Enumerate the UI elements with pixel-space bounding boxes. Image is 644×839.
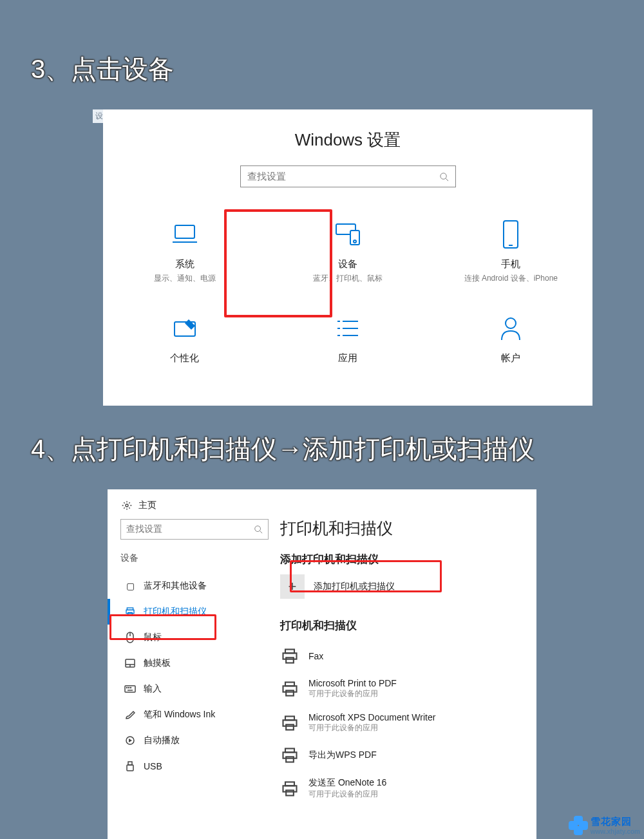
sidebar-search-input[interactable]: 查找设置 <box>120 519 269 540</box>
phone-icon <box>446 220 575 249</box>
highlight-sidebar-printers <box>109 614 216 640</box>
tile-desc: 连接 Android 设备、iPhone <box>446 273 575 284</box>
sidebar-item-typing[interactable]: 输入 <box>120 676 280 702</box>
printer-item[interactable]: Microsoft XPS Document Writer 可用于此设备的应用 <box>280 706 530 740</box>
watermark: 雪花家园 www.xhjaty.com <box>569 816 640 835</box>
printer-icon <box>280 714 299 732</box>
printer-sub: 可用于此设备的应用 <box>308 789 386 800</box>
printer-icon <box>280 780 299 798</box>
printer-icon <box>280 746 299 764</box>
sidebar-item-label: 输入 <box>144 683 162 695</box>
highlight-add-printer <box>290 560 442 592</box>
gear-icon <box>122 500 132 511</box>
sidebar-item-label: 蓝牙和其他设备 <box>144 580 207 592</box>
search-placeholder: 查找设置 <box>126 523 254 535</box>
printer-name: 导出为WPS PDF <box>308 749 377 761</box>
svg-rect-7 <box>504 221 518 248</box>
sidebar-item-usb[interactable]: USB <box>120 753 280 779</box>
sidebar-item-bluetooth[interactable]: ▢ 蓝牙和其他设备 <box>120 573 280 599</box>
svg-rect-47 <box>286 757 294 762</box>
tile-title: 个性化 <box>120 352 249 364</box>
svg-point-18 <box>255 526 261 532</box>
sidebar-item-label: 笔和 Windows Ink <box>144 709 215 721</box>
sidebar-category: 设备 <box>120 552 280 564</box>
settings-tile-accounts[interactable]: 帐户 <box>446 307 575 373</box>
svg-rect-38 <box>286 657 294 663</box>
step-3-heading: 3、点击设备 <box>31 52 174 87</box>
svg-point-31 <box>131 688 131 688</box>
sidebar-item-label: 自动播放 <box>144 735 180 746</box>
tile-title: 手机 <box>446 258 575 270</box>
svg-point-16 <box>506 318 516 328</box>
svg-rect-41 <box>286 690 294 695</box>
watermark-brand: 雪花家园 <box>591 816 640 828</box>
tile-title: 帐户 <box>446 352 575 364</box>
svg-rect-44 <box>286 724 294 730</box>
sidebar-item-pen[interactable]: 笔和 Windows Ink <box>120 702 280 728</box>
accounts-icon <box>446 314 575 343</box>
svg-rect-28 <box>125 686 135 692</box>
autoplay-icon <box>124 735 136 746</box>
usb-icon <box>124 761 136 771</box>
bluetooth-icon: ▢ <box>124 581 136 591</box>
settings-tile-phone[interactable]: 手机 连接 Android 设备、iPhone <box>446 213 575 290</box>
sidebar-item-label: USB <box>144 761 162 771</box>
search-icon <box>439 172 449 182</box>
svg-point-30 <box>129 688 129 688</box>
printer-sub: 可用于此设备的应用 <box>308 722 435 733</box>
svg-line-19 <box>260 531 263 534</box>
printer-icon <box>280 647 299 665</box>
sidebar-item-label: 触摸板 <box>144 657 171 669</box>
page-title: 打印机和扫描仪 <box>280 518 530 539</box>
settings-title: Windows 设置 <box>103 129 592 151</box>
printer-item[interactable]: 发送至 OneNote 16 可用于此设备的应用 <box>280 771 530 806</box>
tile-title: 应用 <box>283 352 412 364</box>
printer-sub: 可用于此设备的应用 <box>308 688 397 699</box>
personalization-icon <box>120 314 249 343</box>
section-heading-list: 打印机和扫描仪 <box>280 618 530 633</box>
svg-rect-35 <box>127 765 133 771</box>
svg-point-29 <box>127 688 128 688</box>
sidebar-item-autoplay[interactable]: 自动播放 <box>120 728 280 753</box>
apps-icon <box>283 314 412 343</box>
printer-name: 发送至 OneNote 16 <box>308 777 386 789</box>
svg-rect-50 <box>286 790 294 795</box>
keyboard-icon <box>124 685 136 693</box>
svg-line-1 <box>446 178 448 181</box>
printer-item[interactable]: Fax <box>280 641 530 672</box>
printer-name: Fax <box>308 651 323 661</box>
svg-point-17 <box>126 504 128 507</box>
windows-settings-panel: Windows 设置 查找设置 系统 显示、通知、电源 设备 蓝牙、打印机、鼠标… <box>103 109 592 406</box>
printer-item[interactable]: 导出为WPS PDF <box>280 740 530 771</box>
search-icon <box>254 525 263 534</box>
step-4-heading: 4、点打印机和扫描仪→添加打印机或扫描仪 <box>31 431 535 467</box>
watermark-logo-icon <box>569 816 588 835</box>
svg-rect-2 <box>175 225 194 238</box>
printer-name: Microsoft XPS Document Writer <box>308 712 435 722</box>
printer-item[interactable]: Microsoft Print to PDF 可用于此设备的应用 <box>280 672 530 706</box>
highlight-devices-tile <box>224 209 332 317</box>
touchpad-icon <box>124 659 136 668</box>
watermark-url: www.xhjaty.com <box>591 828 640 835</box>
sidebar-item-touchpad[interactable]: 触摸板 <box>120 650 280 676</box>
pen-icon <box>124 710 136 720</box>
svg-point-0 <box>440 173 446 178</box>
printer-name: Microsoft Print to PDF <box>308 678 397 688</box>
printer-icon <box>280 680 299 698</box>
devices-settings-panel: 主页 查找设置 设备 ▢ 蓝牙和其他设备 打印机和扫描仪 <box>108 489 536 839</box>
settings-search-input[interactable]: 查找设置 <box>240 165 456 187</box>
settings-sidebar: 查找设置 设备 ▢ 蓝牙和其他设备 打印机和扫描仪 鼠标 <box>108 518 280 806</box>
home-link[interactable]: 主页 <box>138 500 156 511</box>
search-placeholder: 查找设置 <box>247 171 439 183</box>
